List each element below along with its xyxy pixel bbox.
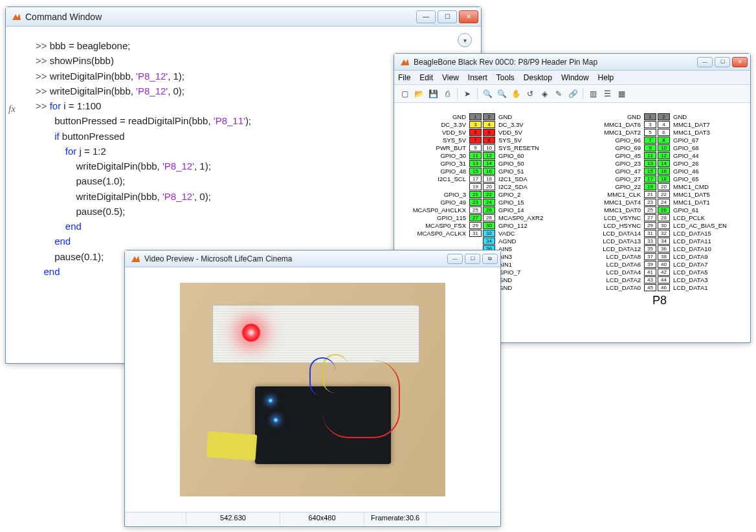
pin-cell: 37	[644, 253, 656, 260]
menu-desktop[interactable]: Desktop	[524, 73, 552, 82]
pin-label: MCASP0_AXR2	[496, 214, 561, 221]
menubar: FileEditViewInsertToolsDesktopWindowHelp	[394, 71, 750, 85]
pin-label: GPIO_23	[583, 160, 643, 167]
pin-cell: 31	[469, 230, 482, 237]
pin-cell: 8	[483, 137, 495, 144]
pin-label: LCD_AC_BIAS_EN	[671, 222, 736, 229]
pin-label: LCD_DATA12	[583, 245, 643, 252]
menu-file[interactable]: File	[398, 73, 410, 82]
menu-window[interactable]: Window	[561, 73, 589, 82]
close-button[interactable]: ✕	[459, 10, 478, 23]
video-titlebar[interactable]: Video Preview - Microsoft LifeCam Cinema…	[125, 250, 500, 267]
pin-cell: 6	[483, 129, 495, 136]
minimize-button[interactable]: —	[416, 10, 436, 23]
colorbar-icon[interactable]: ▥	[586, 87, 599, 100]
pin-label: MCASP0_FSX	[408, 222, 468, 229]
status-framerate: Framerate:30.6	[364, 513, 427, 525]
close-button[interactable]: ⧉	[482, 254, 498, 264]
pin-cell: 41	[644, 269, 656, 276]
led-lit	[241, 323, 261, 342]
pointer-icon[interactable]: ➤	[461, 87, 474, 100]
pin-label: DC_3.3V	[408, 121, 468, 128]
pin-label: GPIO_44	[671, 152, 736, 159]
pin-cell: 27	[469, 214, 482, 221]
pan-icon[interactable]: ✋	[509, 87, 522, 100]
pin-label: LCD_DATA8	[583, 253, 643, 260]
pin-cell: 22	[658, 191, 670, 198]
pin-cell: 13	[469, 160, 482, 167]
pin-cell: 15	[644, 168, 656, 175]
pin-cell: 18	[658, 175, 670, 183]
pin-cell: 21	[469, 191, 482, 198]
close-button[interactable]: ✕	[732, 57, 748, 67]
axes-icon[interactable]: ▦	[615, 87, 628, 100]
datatip-icon[interactable]: ◈	[538, 87, 551, 100]
maximize-button[interactable]: ☐	[715, 57, 730, 67]
pin-cell: 10	[658, 144, 670, 151]
header-P8: GND12GNDMMC1_DAT634MMC1_DAT7MMC1_DAT256M…	[583, 113, 736, 307]
pin-cell: 45	[644, 284, 656, 291]
pin-cell: 1	[469, 113, 482, 120]
pin-cell: 10	[483, 144, 495, 151]
pin-label: GPIO_115	[408, 214, 468, 221]
zoom-in-icon[interactable]: 🔍	[481, 87, 494, 100]
pin-cell: 34	[483, 238, 495, 245]
rotate-icon[interactable]: ↺	[524, 87, 537, 100]
pin-cell: 25	[644, 206, 656, 214]
pin-label: GPIO_30	[408, 152, 468, 159]
menu-insert[interactable]: Insert	[468, 73, 487, 82]
command-window-titlebar[interactable]: Command Window — ☐ ✕	[6, 7, 481, 27]
pinmap-titlebar[interactable]: BeagleBone Black Rev 00C0: P8/P9 Header …	[394, 54, 750, 71]
pin-label: GND	[408, 113, 468, 120]
pin-label: GPIO_112	[496, 222, 561, 229]
open-icon[interactable]: 📂	[412, 87, 425, 100]
pin-label: GND	[496, 284, 561, 291]
pin-label: GND	[496, 113, 561, 120]
pin-label: LCD_DATA9	[671, 253, 736, 260]
pin-cell: 1	[644, 113, 656, 120]
pin-label: GPIO_67	[671, 137, 736, 144]
pin-label: LCD_DATA3	[671, 276, 736, 283]
pin-label: GPIO_15	[496, 199, 561, 206]
pin-label: GPIO_48	[408, 168, 468, 175]
pin-cell: 30	[658, 222, 670, 229]
maximize-button[interactable]: ☐	[465, 254, 480, 264]
minimize-button[interactable]: —	[697, 57, 713, 67]
print-icon[interactable]: ⎙	[441, 87, 454, 100]
pin-label: LCD_DATA7	[671, 261, 736, 268]
pin-cell: 44	[658, 276, 670, 283]
new-file-icon[interactable]: ▢	[398, 87, 411, 100]
pin-label: SYS_5V	[496, 137, 561, 144]
zoom-out-icon[interactable]: 🔍	[495, 87, 508, 100]
pin-label: GPIO_26	[671, 160, 736, 167]
pin-cell: 4	[483, 121, 495, 128]
pin-label: MMC1_DAT6	[583, 121, 643, 128]
link-icon[interactable]: 🔗	[566, 87, 579, 100]
pin-cell: 7	[644, 137, 656, 144]
minimize-button[interactable]: —	[447, 254, 463, 264]
pin-label	[408, 183, 468, 190]
pin-cell: 16	[483, 168, 495, 175]
pin-label: GND	[496, 276, 561, 283]
pin-cell: 2	[658, 113, 670, 120]
pin-cell: 13	[644, 160, 656, 167]
code-line: >> bbb = beaglebone;	[36, 38, 467, 53]
legend-icon[interactable]: ☰	[601, 87, 614, 100]
maximize-button[interactable]: ☐	[438, 10, 457, 23]
pin-cell: 2	[483, 113, 495, 120]
pin-cell: 42	[658, 269, 670, 276]
menu-edit[interactable]: Edit	[419, 73, 433, 82]
menu-view[interactable]: View	[442, 73, 459, 82]
save-icon[interactable]: 💾	[427, 87, 439, 100]
command-window-title: Command Window	[25, 12, 414, 22]
pin-label: DC_3.3V	[496, 121, 561, 128]
pin-cell: 16	[658, 168, 670, 175]
menu-tools[interactable]: Tools	[496, 73, 515, 82]
matlab-figure-icon	[130, 254, 140, 264]
brush-icon[interactable]: ✎	[552, 87, 565, 100]
pin-cell: 5	[469, 129, 482, 136]
pin-label: GPIO_22	[583, 183, 643, 190]
pin-cell: 17	[469, 175, 482, 183]
pin-label: LCD_HSYNC	[583, 222, 643, 229]
menu-help[interactable]: Help	[598, 73, 614, 82]
